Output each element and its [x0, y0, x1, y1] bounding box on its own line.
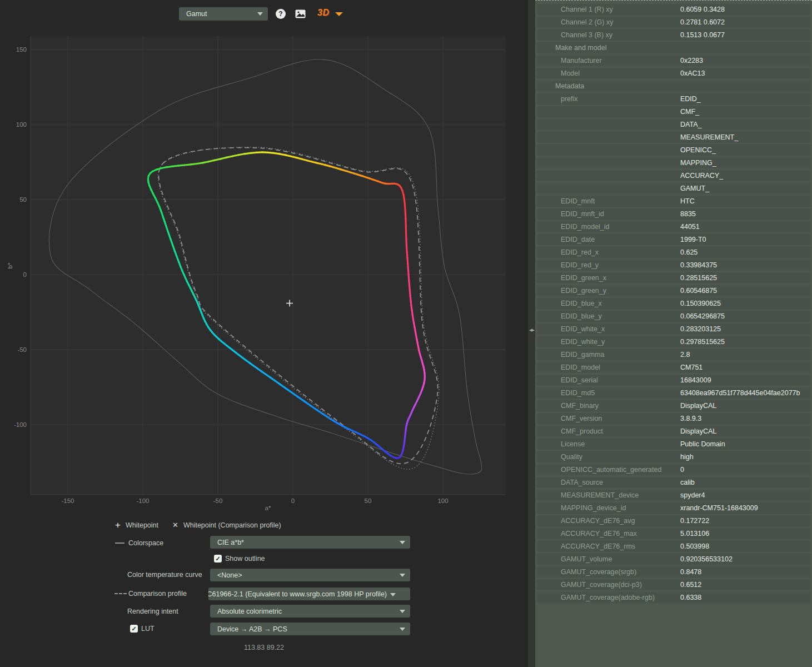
metadata-row[interactable]: DATA_sourcecalib — [537, 477, 810, 488]
show-outline-checkbox[interactable]: ✓ — [214, 555, 222, 563]
metadata-row[interactable]: EDID_green_y0.60546875 — [537, 285, 810, 296]
metadata-value: MEASUREMENT_ — [680, 133, 738, 141]
metadata-row[interactable]: EDID_date1999-T0 — [537, 234, 810, 245]
y-tick-label: 0 — [23, 271, 27, 278]
metadata-row[interactable]: EDID_green_x0.28515625 — [537, 272, 810, 283]
metadata-row[interactable]: GAMUT_volume0.920356533102 — [537, 554, 810, 565]
metadata-row[interactable]: MAPPING_device_idxrandr-CM751-16843009 — [537, 502, 810, 514]
metadata-row[interactable]: ACCURACY_dE76_max5.013106 — [537, 528, 810, 539]
metadata-row[interactable]: EDID_blue_x0.150390625 — [537, 298, 810, 309]
metadata-row[interactable]: ACCURACY_dE76_avg0.172722 — [537, 515, 810, 526]
metadata-section-row[interactable]: Make and model — [537, 42, 810, 53]
metadata-key: EDID_blue_x — [561, 300, 602, 307]
3d-view-button[interactable]: 3D — [317, 8, 329, 18]
metadata-value: 0.625 — [680, 248, 698, 256]
plot-type-select[interactable]: Gamut — [179, 7, 268, 21]
metadata-row[interactable]: GAMUT_coverage(dci-p3)0.6512 — [537, 579, 810, 590]
colorspace-select[interactable]: CIE a*b* — [210, 536, 410, 549]
panel-splitter[interactable]: ◀▶ — [528, 0, 535, 667]
metadata-value: 2.8 — [680, 351, 690, 359]
metadata-row[interactable]: MAPPING_ — [537, 157, 810, 168]
metadata-key: MEASUREMENT_device — [561, 491, 639, 499]
metadata-row[interactable]: EDID_red_y0.33984375 — [537, 260, 810, 271]
metadata-value: calib — [680, 479, 695, 486]
metadata-row[interactable]: EDID_md563408ea967d51f778d445e04fae2077b — [537, 387, 810, 399]
metadata-row[interactable]: Channel 3 (B) xy0.1513 0.0677 — [537, 29, 810, 41]
metadata-row[interactable]: EDID_gamma2.8 — [537, 349, 810, 360]
metadata-key: EDID_model_id — [561, 223, 610, 231]
metadata-key: DATA_source — [561, 479, 603, 486]
metadata-row[interactable]: CMF_version3.8.9.3 — [537, 413, 810, 424]
lut-direction-select[interactable]: Device → A2B → PCS — [210, 623, 410, 635]
metadata-row[interactable]: Model0xAC13 — [537, 68, 810, 79]
chevron-down-icon — [390, 593, 396, 596]
metadata-row[interactable]: GAMUT_coverage(srgb)0.8478 — [537, 566, 810, 578]
chevron-down-icon — [400, 610, 405, 613]
whitepoint-legend-label: Whitepoint — [126, 521, 158, 529]
metadata-row[interactable]: GAMUT_coverage(adobe-rgb)0.6338 — [537, 592, 810, 603]
metadata-row[interactable]: EDID_modelCM751 — [537, 362, 810, 373]
metadata-value: 3.8.9.3 — [680, 415, 701, 422]
metadata-row[interactable]: DATA_ — [537, 119, 810, 130]
metadata-row[interactable]: CMF_binaryDisplayCAL — [537, 400, 810, 411]
metadata-row[interactable]: EDID_serial16843009 — [537, 375, 810, 386]
metadata-row[interactable]: MEASUREMENT_ — [537, 132, 810, 143]
color-temperature-curve-select[interactable]: <None> — [210, 569, 410, 581]
metadata-row[interactable]: Qualityhigh — [537, 451, 810, 462]
lut-checkbox[interactable]: ✓ — [130, 625, 138, 633]
metadata-key: GAMUT_volume — [561, 555, 612, 563]
metadata-row[interactable]: EDID_red_x0.625 — [537, 247, 810, 258]
metadata-row[interactable]: OPENICC_ — [537, 145, 810, 156]
metadata-row[interactable]: EDID_mnftHTC — [537, 196, 810, 207]
whitepoint-comparison-legend-label: Whitepoint (Comparison profile) — [183, 521, 281, 529]
metadata-row[interactable]: EDID_blue_y0.0654296875 — [537, 311, 810, 322]
help-icon[interactable]: ? — [276, 9, 286, 19]
x-tick-label: -100 — [136, 497, 149, 504]
image-icon[interactable] — [295, 9, 306, 21]
metadata-row[interactable]: MEASUREMENT_devicespyder4 — [537, 490, 810, 501]
metadata-row[interactable]: ACCURACY_ — [537, 170, 810, 181]
metadata-row[interactable]: Channel 2 (G) xy0.2781 0.6072 — [537, 17, 810, 28]
metadata-row[interactable]: LicensePublic Domain — [537, 439, 810, 450]
metadata-key: Quality — [561, 453, 582, 461]
metadata-value: OPENICC_ — [680, 146, 716, 154]
metadata-row[interactable]: EDID_white_y0.2978515625 — [537, 336, 810, 347]
metadata-value: 0.8478 — [680, 568, 701, 576]
metadata-value: Public Domain — [680, 440, 725, 448]
metadata-row[interactable]: GAMUT_ — [537, 183, 810, 194]
metadata-row[interactable]: prefixEDID_ — [537, 93, 810, 104]
metadata-key: ACCURACY_dE76_max — [561, 530, 637, 537]
metadata-row[interactable]: CMF_ — [537, 106, 810, 117]
x-tick-label: -150 — [61, 497, 74, 504]
metadata-row[interactable]: EDID_white_x0.283203125 — [537, 323, 810, 335]
3d-view-dropdown-icon[interactable] — [335, 12, 343, 16]
metadata-key: OPENICC_automatic_generated — [561, 466, 661, 474]
metadata-row[interactable]: OPENICC_automatic_generated0 — [537, 464, 810, 475]
profile-info-panel[interactable]: Channel 1 (R) xy0.6059 0.3428Channel 2 (… — [535, 0, 812, 667]
metadata-row[interactable]: Manufacturer0x2283 — [537, 55, 810, 66]
colorspace-label: Colorspace — [128, 539, 163, 547]
metadata-row[interactable]: ACCURACY_dE76_rms0.503998 — [537, 541, 810, 552]
metadata-row[interactable]: EDID_model_id44051 — [537, 221, 810, 232]
metadata-key: GAMUT_coverage(dci-p3) — [561, 581, 642, 589]
metadata-section-row[interactable]: Metadata — [537, 81, 810, 92]
metadata-value: ACCURACY_ — [680, 172, 723, 180]
metadata-value: 0.33984375 — [680, 261, 717, 269]
x-tick-label: -50 — [213, 497, 223, 504]
lut-label: LUT — [141, 625, 155, 633]
metadata-row[interactable]: CMF_productDisplayCAL — [537, 426, 810, 437]
lut-row: ✓ LUT — [130, 625, 155, 633]
colorspace-row: Colorspace — [115, 539, 163, 547]
metadata-row[interactable]: Channel 1 (R) xy0.6059 0.3428 — [537, 4, 810, 15]
metadata-row[interactable]: EDID_mnft_id8835 — [537, 208, 810, 220]
metadata-key: EDID_white_y — [561, 338, 605, 346]
metadata-value: 0.6059 0.3428 — [680, 6, 725, 13]
metadata-value: 0.503998 — [680, 542, 709, 550]
colorspace-line-icon — [115, 542, 124, 544]
rendering-intent-select[interactable]: Absolute colorimetric — [210, 605, 410, 618]
metadata-value: 0 — [680, 466, 684, 474]
metadata-key: EDID_md5 — [561, 389, 595, 397]
comparison-profile-select[interactable]: sRGB IEC61966-2.1 (Equivalent to www.srg… — [208, 588, 410, 600]
metadata-value: 8835 — [680, 210, 696, 218]
metadata-key: Channel 3 (B) xy — [561, 31, 612, 39]
